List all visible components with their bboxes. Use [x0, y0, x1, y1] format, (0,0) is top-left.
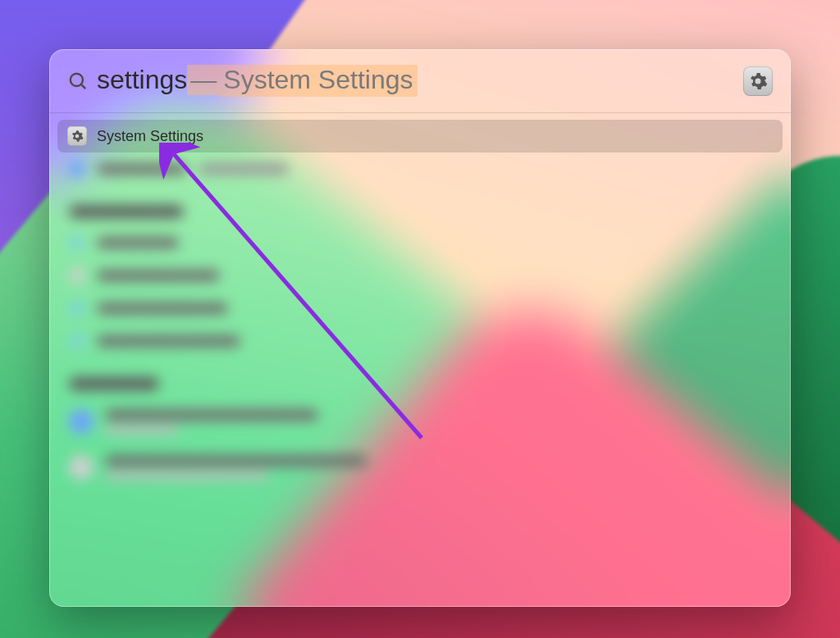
svg-point-0 — [71, 73, 83, 85]
screenshot-frame: settings — System Settings System Settin… — [0, 0, 840, 638]
result-label: System Settings — [97, 128, 203, 145]
spotlight-search-row[interactable]: settings — System Settings — [49, 49, 791, 113]
result-system-settings[interactable]: System Settings — [57, 120, 783, 153]
spotlight-search-input[interactable]: settings — System Settings — [97, 65, 743, 97]
spotlight-results: System Settings — [49, 113, 791, 497]
blurred-results — [57, 153, 783, 490]
search-completion-text: System Settings — [220, 65, 418, 97]
gear-icon — [748, 71, 768, 91]
gear-icon — [67, 126, 87, 146]
spotlight-panel: settings — System Settings System Settin… — [49, 49, 791, 607]
search-separator: — — [187, 65, 220, 95]
top-hit-app-icon — [743, 66, 773, 96]
svg-line-1 — [81, 84, 85, 88]
search-icon — [67, 71, 89, 92]
search-query-text: settings — [97, 65, 187, 95]
